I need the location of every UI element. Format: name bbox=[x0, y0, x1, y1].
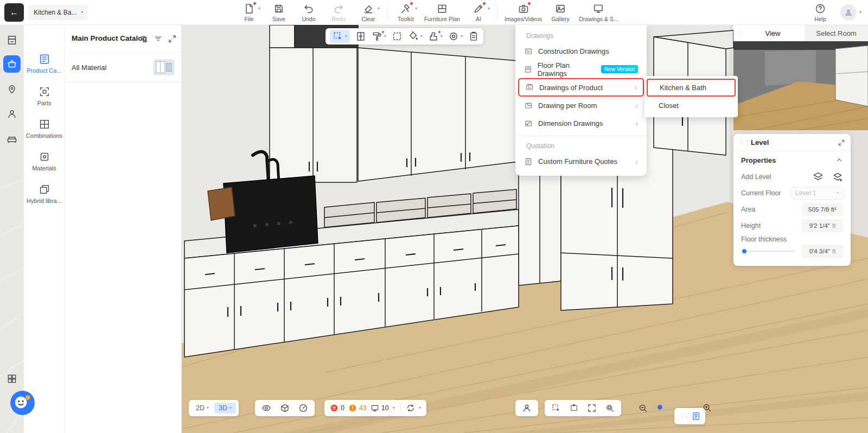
current-floor-select[interactable]: Level 1 ▾ bbox=[791, 187, 843, 200]
puzzle-icon bbox=[428, 31, 439, 42]
save-button[interactable]: Save bbox=[267, 3, 290, 22]
notification-dot bbox=[381, 30, 385, 34]
clear-button[interactable]: ▾ Clear bbox=[357, 3, 380, 22]
submenu-item-kitchen-bath[interactable]: Kitchen & Bath bbox=[647, 79, 736, 97]
paint-tool[interactable]: ▾ bbox=[372, 31, 386, 42]
crosshair-select-icon[interactable] bbox=[569, 403, 579, 413]
redo-button[interactable]: Redo bbox=[327, 3, 350, 22]
menu-item-custom-furniture-quotes[interactable]: Custom Furniture Quotes › bbox=[515, 152, 647, 170]
expand-icon[interactable] bbox=[838, 139, 845, 147]
nav-parts[interactable]: Parts bbox=[24, 84, 65, 109]
collapse-icon[interactable] bbox=[168, 35, 176, 43]
menu-item-drawings-of-product[interactable]: Drawings of Product › bbox=[518, 78, 644, 97]
project-selector[interactable]: Kitchen & Ba... ▾ bbox=[28, 5, 88, 20]
nav-hybrid-library[interactable]: Hybrid libra... bbox=[24, 181, 65, 206]
screens-status[interactable]: 10 bbox=[371, 404, 389, 412]
search-icon[interactable] bbox=[140, 35, 148, 43]
floor-plan-drawings-icon bbox=[524, 65, 532, 74]
drag-handle-icon[interactable]: ⋮⋮ bbox=[733, 25, 741, 41]
rail-furniture-button[interactable] bbox=[3, 130, 21, 148]
submenu-item-closet[interactable]: Closet bbox=[644, 97, 738, 114]
ai-button[interactable]: ▾ AI bbox=[467, 3, 490, 22]
save-icon bbox=[273, 3, 284, 14]
chat-button[interactable] bbox=[10, 390, 35, 416]
drawings-dock[interactable]: ⋮⋮ bbox=[674, 408, 705, 424]
properties-section[interactable]: Properties bbox=[733, 151, 851, 169]
parts-icon bbox=[39, 86, 50, 98]
person-icon bbox=[522, 403, 532, 413]
floor-plan-icon bbox=[437, 3, 448, 14]
drawings-schemes-button[interactable]: Drawings & S... bbox=[579, 3, 618, 22]
clipboard-tool[interactable] bbox=[468, 31, 479, 42]
menu-item-drawing-per-room[interactable]: Drawing per Room › bbox=[515, 97, 647, 114]
furniture-plan-button[interactable]: Furniture Plan bbox=[424, 3, 460, 22]
toolbar: ▾ File Save Undo Redo ▾ Clear ▾ bbox=[238, 0, 618, 25]
gallery-button[interactable]: Gallery bbox=[549, 3, 572, 22]
warnings-status[interactable]: 43 bbox=[348, 404, 367, 412]
filter-icon[interactable] bbox=[154, 35, 162, 43]
mode-3d-button[interactable]: 3D▾ bbox=[214, 403, 236, 413]
tab-select-room[interactable]: Select Room bbox=[805, 25, 868, 41]
add-level-above-button[interactable] bbox=[813, 171, 824, 182]
chevron-down-icon[interactable]: ▾ bbox=[393, 406, 395, 410]
account-menu[interactable]: ▾ bbox=[840, 4, 861, 21]
chevron-down-icon: ▾ bbox=[488, 7, 490, 11]
rail-apps-button[interactable] bbox=[3, 370, 21, 387]
fill-tool[interactable]: ▾ bbox=[408, 31, 423, 42]
refresh-icon[interactable] bbox=[406, 404, 415, 412]
divider bbox=[387, 6, 387, 19]
menu-item-dimension-drawings[interactable]: Dimension Drawings › bbox=[515, 114, 647, 132]
file-button[interactable]: ▾ File bbox=[238, 3, 260, 22]
left-rail bbox=[0, 25, 24, 433]
left-nav: Product Ca... Parts Combinations Materia… bbox=[24, 25, 65, 433]
help-button[interactable]: Help bbox=[809, 3, 832, 22]
toolkit-button[interactable]: ▾ Toolkit bbox=[394, 3, 417, 22]
rail-cabinet-button[interactable] bbox=[3, 31, 21, 49]
marquee-tool[interactable] bbox=[392, 31, 403, 42]
select-tool[interactable]: ▾ bbox=[330, 30, 350, 43]
images-videos-button[interactable]: Images/Videos bbox=[505, 3, 542, 22]
rail-user-button[interactable] bbox=[3, 105, 21, 123]
plugin-tool[interactable]: ▾ bbox=[428, 31, 443, 42]
undo-button[interactable]: Undo bbox=[297, 3, 320, 22]
cabinet-tool[interactable] bbox=[355, 31, 366, 42]
quote-doc-icon bbox=[524, 157, 533, 166]
display-toolbar bbox=[255, 400, 315, 416]
combinations-icon bbox=[39, 118, 50, 130]
compass-icon[interactable] bbox=[298, 403, 308, 413]
chevron-down-icon[interactable]: ▾ bbox=[419, 406, 421, 410]
fit-view-icon[interactable] bbox=[587, 403, 597, 413]
floor-thickness-slider[interactable] bbox=[741, 251, 795, 252]
menu-item-construction-drawings[interactable]: Construction Drawings bbox=[515, 42, 647, 60]
chevron-down-icon: ▾ bbox=[229, 406, 232, 410]
menu-section-drawings: Drawings bbox=[515, 27, 647, 42]
paint-roller-icon bbox=[372, 31, 382, 42]
cube-view-icon[interactable] bbox=[280, 403, 290, 413]
drawings-icon bbox=[593, 3, 604, 14]
drag-handle-icon[interactable]: ⋮⋮ bbox=[739, 139, 749, 146]
drag-select-icon[interactable] bbox=[551, 403, 561, 413]
back-button[interactable]: ← bbox=[4, 3, 24, 22]
chevron-right-icon: › bbox=[635, 102, 638, 110]
nav-materials[interactable]: Materials bbox=[24, 149, 65, 174]
material-thumbnail bbox=[153, 59, 175, 75]
zoom-area-icon[interactable] bbox=[605, 403, 615, 413]
zoom-slider-knob[interactable] bbox=[658, 405, 662, 410]
nav-product-catalog[interactable]: Product Ca... bbox=[24, 51, 65, 76]
zoom-out-button[interactable] bbox=[638, 403, 648, 413]
errors-status[interactable]: 0 bbox=[330, 404, 344, 412]
menu-item-floor-plan-drawings[interactable]: Floor Plan Drawings New Version bbox=[515, 60, 647, 78]
rail-location-button[interactable] bbox=[3, 80, 21, 98]
area-value: 505 7/8 ft² bbox=[802, 203, 843, 216]
nav-combinations[interactable]: Combinations bbox=[24, 116, 65, 141]
walkthrough-toggle[interactable] bbox=[515, 400, 538, 416]
catalog-item-all-material[interactable]: All Material bbox=[65, 52, 181, 82]
slider-knob[interactable] bbox=[742, 249, 746, 253]
visibility-eye-icon[interactable] bbox=[261, 403, 271, 413]
tab-view[interactable]: View bbox=[741, 25, 805, 41]
rail-basket-button[interactable] bbox=[3, 55, 21, 73]
paint-bucket-icon bbox=[408, 31, 419, 42]
add-level-below-button[interactable] bbox=[832, 171, 843, 182]
ring-tool[interactable]: ▾ bbox=[448, 31, 463, 42]
mode-2d-button[interactable]: 2D▾ bbox=[192, 403, 213, 413]
